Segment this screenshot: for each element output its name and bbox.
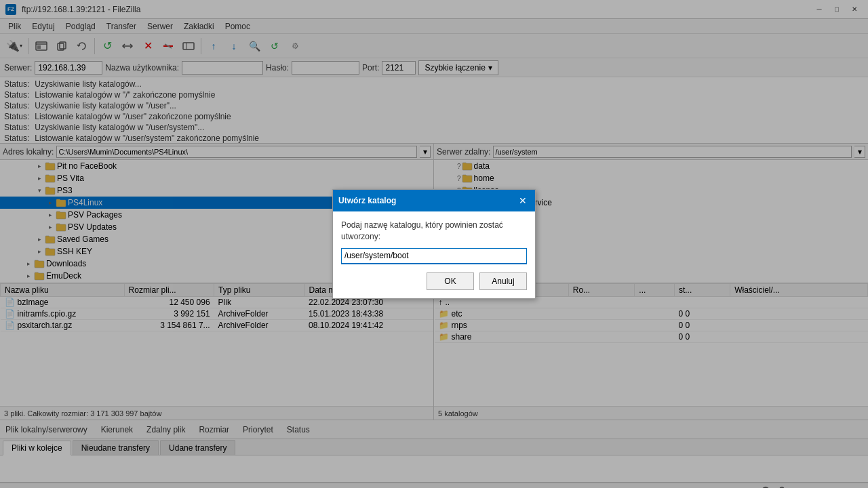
- dialog-close-button[interactable]: ✕: [516, 194, 530, 207]
- dialog-buttons: OK Anuluj: [341, 272, 527, 290]
- dialog-title: Utwórz katalog: [338, 196, 396, 205]
- dialog-titlebar: Utwórz katalog ✕: [333, 190, 535, 211]
- dialog-overlay: Utwórz katalog ✕ Podaj nazwę katalogu, k…: [0, 0, 868, 488]
- dialog-ok-button[interactable]: OK: [427, 272, 474, 290]
- create-directory-dialog: Utwórz katalog ✕ Podaj nazwę katalogu, k…: [332, 189, 536, 299]
- directory-name-input[interactable]: [341, 248, 527, 264]
- dialog-body: Podaj nazwę katalogu, który powinien zos…: [333, 211, 535, 298]
- dialog-cancel-button[interactable]: Anuluj: [479, 272, 527, 290]
- dialog-text: Podaj nazwę katalogu, który powinien zos…: [341, 220, 527, 243]
